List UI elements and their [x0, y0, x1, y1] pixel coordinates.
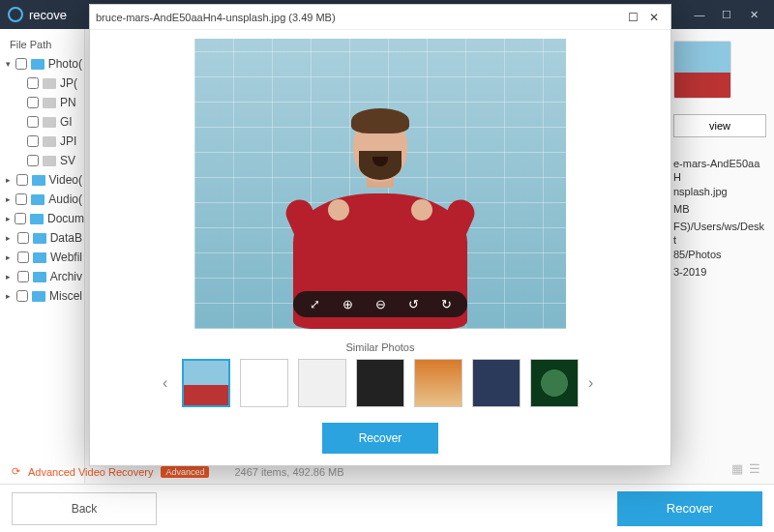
back-button[interactable]: Back — [12, 492, 157, 525]
similar-photos-section: Similar Photos ‹ › — [90, 338, 670, 415]
modal-close-button[interactable]: ✕ — [643, 11, 665, 24]
image-toolbar: ⤢ ⊕ ⊖ ↺ ↻ — [293, 291, 467, 317]
rotate-left-icon[interactable]: ↺ — [405, 297, 421, 311]
thumbs-next-icon[interactable]: › — [588, 374, 598, 392]
tree-checkbox[interactable] — [16, 290, 28, 302]
tree-item-svg[interactable]: SV — [4, 151, 84, 170]
modal-maximize-button[interactable]: ☐ — [622, 11, 643, 24]
similar-thumb[interactable] — [298, 359, 346, 407]
tree-checkbox[interactable] — [15, 193, 27, 205]
tree-checkbox[interactable] — [17, 271, 29, 282]
detail-filename: e-mars-AndE50aaHnsplash.jpg — [673, 157, 766, 198]
folder-icon — [33, 252, 46, 263]
tree-item-archive[interactable]: ▸Archiv — [4, 267, 84, 286]
rotate-right-icon[interactable]: ↻ — [438, 297, 454, 311]
modal-titlebar: bruce-mars-AndE50aaHn4-unsplash.jpg (3.4… — [90, 5, 670, 30]
list-view-icon[interactable]: ☰ — [749, 461, 760, 476]
grid-view-icon[interactable]: ▦ — [731, 461, 743, 476]
app-logo: recove — [8, 7, 67, 22]
similar-thumb[interactable] — [356, 359, 404, 407]
file-tree-sidebar: File Path ▾Photo( JP( PN GI JPI SV ▸Vide… — [0, 29, 85, 484]
status-bar: ⟳ Advanced Video Recovery Advanced 2467 … — [12, 465, 344, 478]
tree-item-document[interactable]: ▸Docum — [4, 209, 84, 228]
file-icon — [43, 117, 56, 128]
tree-item-gif[interactable]: GI — [4, 112, 84, 132]
tree-checkbox[interactable] — [27, 155, 39, 166]
refresh-icon[interactable]: ⟳ — [12, 465, 20, 478]
folder-icon — [30, 214, 44, 224]
modal-title: bruce-mars-AndE50aaHn4-unsplash.jpg (3.4… — [96, 12, 622, 23]
tree-checkbox[interactable] — [27, 135, 39, 147]
footer-bar: Back Recover — [0, 484, 774, 532]
similar-thumb[interactable] — [530, 359, 579, 407]
tree-item-jpeg[interactable]: JPI — [4, 132, 84, 151]
sidebar-header: File Path — [4, 35, 84, 54]
tree-checkbox[interactable] — [27, 77, 39, 89]
folder-icon — [32, 291, 45, 302]
tree-checkbox[interactable] — [15, 58, 27, 70]
image-preview-modal: bruce-mars-AndE50aaHn4-unsplash.jpg (3.4… — [89, 4, 671, 466]
similar-thumb[interactable] — [182, 359, 230, 407]
minimize-button[interactable]: — — [687, 4, 712, 25]
file-icon — [43, 78, 56, 89]
window-controls: — ☐ ✕ — [687, 4, 766, 25]
fit-screen-icon[interactable]: ⤢ — [307, 297, 322, 311]
folder-icon — [33, 272, 46, 282]
recover-button[interactable]: Recover — [617, 491, 762, 526]
tree-checkbox[interactable] — [27, 116, 39, 128]
tree-checkbox[interactable] — [16, 174, 28, 186]
item-count: 2467 items, 492.86 MB — [234, 466, 343, 478]
tree-checkbox[interactable] — [27, 97, 39, 108]
detail-path: FS)/Users/ws/Deskt85/Photos — [673, 220, 766, 261]
preview-image: ⤢ ⊕ ⊖ ↺ ↻ — [194, 39, 566, 329]
detail-thumbnail — [673, 41, 731, 99]
tree-item-photo[interactable]: ▾Photo( — [4, 54, 84, 74]
tree-item-database[interactable]: ▸DataB — [4, 228, 84, 248]
maximize-button[interactable]: ☐ — [714, 4, 739, 25]
zoom-out-icon[interactable]: ⊖ — [372, 297, 388, 311]
file-icon — [43, 136, 56, 147]
tree-checkbox[interactable] — [17, 251, 29, 263]
similar-photos-heading: Similar Photos — [102, 341, 659, 353]
close-button[interactable]: ✕ — [741, 4, 766, 25]
app-brand: recove — [29, 8, 67, 22]
tree-item-webfiles[interactable]: ▸Webfil — [4, 248, 84, 267]
tree-item-png[interactable]: PN — [4, 93, 84, 112]
detail-size: MB — [673, 202, 766, 216]
similar-thumb[interactable] — [414, 359, 462, 407]
tree-checkbox[interactable] — [17, 232, 29, 244]
thumbs-prev-icon[interactable]: ‹ — [163, 374, 172, 392]
detail-date: 3-2019 — [673, 265, 766, 279]
tree-checkbox[interactable] — [15, 213, 26, 224]
file-icon — [43, 98, 56, 108]
view-button[interactable]: view — [673, 114, 766, 137]
folder-icon — [31, 194, 45, 205]
similar-thumb[interactable] — [472, 359, 521, 407]
similar-thumb[interactable] — [240, 359, 288, 407]
modal-body: ⤢ ⊕ ⊖ ↺ ↻ — [90, 30, 670, 338]
details-panel: view e-mars-AndE50aaHnsplash.jpg MB FS)/… — [666, 29, 774, 290]
folder-icon — [31, 59, 45, 70]
logo-icon — [8, 7, 23, 22]
tree-item-audio[interactable]: ▸Audio( — [4, 190, 84, 209]
zoom-in-icon[interactable]: ⊕ — [340, 297, 355, 311]
tree-item-video[interactable]: ▸Video( — [4, 170, 84, 190]
modal-recover-button[interactable]: Recover — [322, 423, 438, 454]
advanced-badge: Advanced — [161, 466, 209, 478]
tree-item-jpg[interactable]: JP( — [4, 74, 84, 93]
folder-icon — [32, 175, 45, 186]
file-icon — [43, 156, 56, 166]
advanced-recovery-link[interactable]: Advanced Video Recovery — [28, 466, 153, 478]
folder-icon — [33, 233, 46, 244]
view-mode-toggle: ▦ ☰ — [731, 461, 760, 476]
tree-item-misc[interactable]: ▸Miscel — [4, 286, 84, 306]
